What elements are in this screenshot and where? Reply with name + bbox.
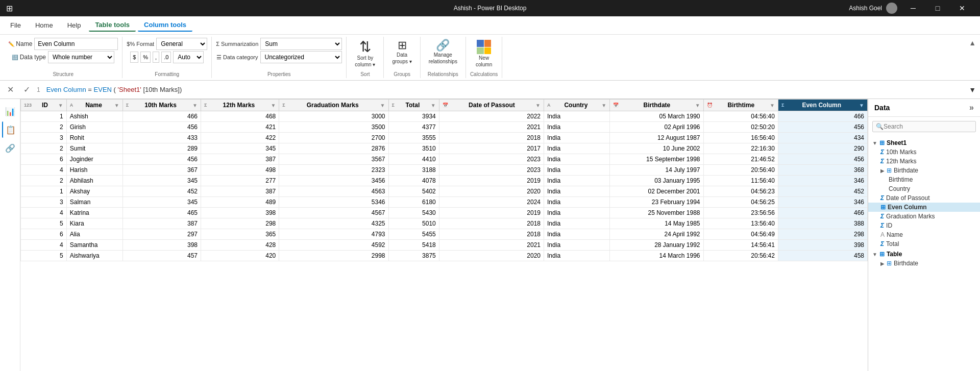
ribbon-currency-row: $ % , .0 Auto [130, 51, 204, 63]
cell-id: 1 [21, 111, 67, 122]
tree-item-total[interactable]: Σ Total [868, 239, 980, 249]
menu-column-tools[interactable]: Column tools [138, 19, 192, 32]
cell-12th-marks: 421 [201, 122, 279, 133]
cell-id: 4 [21, 208, 67, 218]
cell-total: 4410 [388, 154, 439, 165]
tree-item-12th-marks[interactable]: Σ 12th Marks [868, 157, 980, 166]
menu-help[interactable]: Help [61, 19, 87, 31]
panel-collapse-btn[interactable]: » [969, 103, 974, 112]
tree-item-even-column[interactable]: ⊞ Even Column [868, 203, 980, 212]
cell-birthtime: 23:56:56 [703, 208, 778, 218]
cell-even-column: 452 [778, 186, 867, 197]
data-groups-btn[interactable]: ⊞ Data groups ▾ [388, 38, 415, 66]
new-column-btn-label2: column [476, 62, 492, 67]
new-column-icon [477, 40, 491, 54]
col-header-name[interactable]: A Name ▼ [66, 100, 122, 111]
col-header-birthdate[interactable]: 📅 Birthdate ▼ [610, 100, 703, 111]
cell-total: 3555 [388, 133, 439, 143]
ribbon-collapse-btn[interactable]: ▲ [969, 39, 976, 47]
cell-total: 3188 [388, 165, 439, 176]
ribbon-datacategory-select[interactable]: Uncategorized [260, 51, 342, 63]
ribbon-format-select[interactable]: General [156, 38, 207, 50]
sort-btn-label2: column ▾ [355, 62, 375, 67]
close-button[interactable]: ✕ [950, 0, 974, 16]
cell-even-column: 368 [778, 165, 867, 176]
table-body: 1 Ashish 466 468 3000 3934 2022 India 05… [21, 111, 868, 261]
cell-even-column: 458 [778, 251, 867, 261]
col-header-even-column[interactable]: Σ Even Column ▼ [778, 100, 867, 111]
menu-table-tools[interactable]: Table tools [89, 19, 136, 32]
sort-icon: ⇅ [359, 40, 371, 54]
cell-date-passout: 2019 [439, 176, 544, 186]
ribbon-datatype-select[interactable]: Whole number [48, 51, 114, 63]
new-column-btn[interactable]: New column [471, 38, 497, 69]
sidebar-icon-report[interactable]: 📊 [2, 103, 18, 119]
formula-text: Even Column = EVEN ( 'Sheet1' [10th Mark… [46, 86, 965, 93]
manage-relationships-btn[interactable]: 🔗 Manage relationships [425, 38, 461, 66]
minimize-button[interactable]: ─ [901, 0, 925, 16]
ribbon-summarization-select[interactable]: Sum [260, 38, 342, 50]
formula-cancel-btn[interactable]: ✕ [4, 84, 16, 96]
col-header-12th-marks[interactable]: Σ 12th Marks ▼ [201, 100, 279, 111]
cell-graduation-marks: 5346 [279, 197, 388, 208]
tree-item-name[interactable]: A Name [868, 230, 980, 239]
cell-10th-marks: 456 [122, 122, 201, 133]
formula-confirm-btn[interactable]: ✓ [20, 84, 33, 96]
col-header-graduation-marks[interactable]: Σ Graduation Marks ▼ [279, 100, 388, 111]
tree-item-country[interactable]: Country [868, 184, 980, 193]
cell-birthdate: 24 April 1992 [610, 229, 703, 240]
tree-group-table-header[interactable]: ▼ ⊞ Table [868, 250, 980, 259]
cell-even-column: 298 [778, 229, 867, 240]
cell-total: 5402 [388, 186, 439, 197]
col-header-10th-marks[interactable]: Σ 10th Marks ▼ [122, 100, 201, 111]
menu-home[interactable]: Home [29, 19, 59, 31]
item-label-10th: 10th Marks [886, 149, 916, 156]
tree-item-date-passout[interactable]: Σ Date of Passout [868, 193, 980, 203]
cell-birthtime: 22:16:30 [703, 143, 778, 154]
col-header-birthtime[interactable]: ⏰ Birthtime ▼ [703, 100, 778, 111]
ribbon-auto-select[interactable]: Auto [173, 51, 204, 63]
cell-12th-marks: 345 [201, 143, 279, 154]
cell-date-passout: 2022 [439, 111, 544, 122]
sum-icon-10th: Σ [880, 149, 884, 156]
cell-name: Katrina [66, 208, 122, 218]
cell-id: 1 [21, 186, 67, 197]
col-header-total[interactable]: Σ Total ▼ [388, 100, 439, 111]
search-input[interactable] [884, 123, 972, 130]
table-container[interactable]: 123 ID ▼ A Name ▼ Σ [20, 99, 868, 371]
tree-item-10th-marks[interactable]: Σ 10th Marks [868, 147, 980, 157]
sort-by-column-btn[interactable]: ⇅ Sort by column ▾ [351, 38, 379, 69]
tree-item-graduation-marks[interactable]: Σ Graduation Marks [868, 212, 980, 221]
cell-date-passout: 2017 [439, 143, 544, 154]
cell-country: India [544, 240, 610, 251]
table-row: 2 Girish 456 421 3500 4377 2021 India 02… [21, 122, 868, 133]
tree-item-birthtime[interactable]: Birthtime [868, 175, 980, 184]
formula-filter-icon[interactable]: ▼ [969, 86, 976, 94]
cell-name: Joginder [66, 154, 122, 165]
tree-group-table: ▼ ⊞ Table ▶ ⊞ Birthdate [868, 250, 980, 268]
ribbon-name-input[interactable]: Even Column [34, 38, 118, 50]
col-header-date-passout[interactable]: 📅 Date of Passout ▼ [439, 100, 544, 111]
col-header-country[interactable]: A Country ▼ [544, 100, 610, 111]
cell-total: 3934 [388, 111, 439, 122]
sidebar-icon-model[interactable]: 🔗 [2, 140, 18, 156]
ribbon-dollar-btn[interactable]: $ [130, 52, 138, 63]
cell-name: Harish [66, 165, 122, 176]
left-sidebar: 📊 📋 🔗 [0, 99, 20, 371]
tree-item-id[interactable]: Σ ID [868, 221, 980, 230]
cell-graduation-marks: 4325 [279, 218, 388, 229]
ribbon-percent-btn[interactable]: % [140, 52, 151, 63]
tree-item-table-birthdate[interactable]: ▶ ⊞ Birthdate [868, 259, 980, 268]
tree-group-sheet1-header[interactable]: ▼ ⊞ Sheet1 [868, 138, 980, 147]
formula-bar: ✕ ✓ 1 Even Column = EVEN ( 'Sheet1' [10t… [0, 81, 980, 99]
sidebar-icon-data[interactable]: 📋 [2, 121, 18, 138]
menu-file[interactable]: File [4, 19, 27, 31]
formula-equals: = [88, 86, 93, 93]
ribbon-decimal-btn[interactable]: .0 [161, 52, 171, 63]
formula-colname: Even Column [46, 86, 86, 93]
tree-item-birthdate[interactable]: ▶ ⊞ Birthdate [868, 166, 980, 175]
ribbon-comma-btn[interactable]: , [153, 52, 159, 63]
col-header-id[interactable]: 123 ID ▼ [21, 100, 67, 111]
cell-id: 2 [21, 143, 67, 154]
maximize-button[interactable]: □ [926, 0, 949, 16]
